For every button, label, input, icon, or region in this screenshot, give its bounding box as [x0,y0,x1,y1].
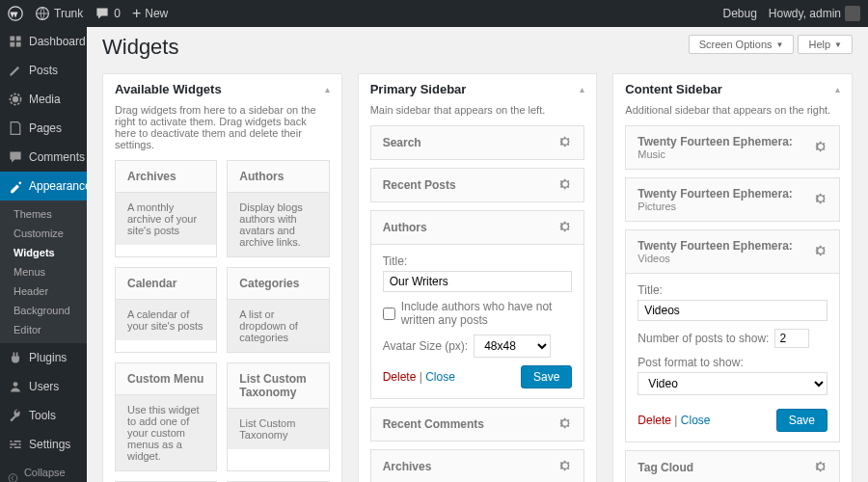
gear-icon [814,192,827,207]
svg-point-4 [14,382,18,387]
svg-point-9 [16,443,18,445]
authors-title: Authors [383,221,427,234]
help-button[interactable]: Help ▼ [798,35,853,54]
sidebar-widget-header[interactable]: Archives [371,450,584,482]
widget-chip[interactable]: ArchivesA monthly archive of your site's… [115,160,217,257]
format-select[interactable]: Video [637,372,827,395]
middle-column: Primary Sidebar ▴ Main sidebar that appe… [358,73,598,482]
gear-icon [558,220,572,235]
sidebar-widget: Archives [370,449,585,482]
menu-appearance[interactable]: Appearance [0,172,87,201]
wp-logo[interactable] [8,6,23,21]
widget-chip-title: Custom Menu [116,363,216,395]
num-posts-input[interactable] [774,329,809,348]
debug-link[interactable]: Debug [722,7,756,20]
gear-icon [814,244,827,259]
menu-tools[interactable]: Tools [0,401,87,430]
menu-pages[interactable]: Pages [0,114,87,143]
submenu-themes[interactable]: Themes [0,204,87,224]
videos-widget-header[interactable]: Twenty Fourteen Ephemera: Videos [626,230,839,273]
authors-widget-header[interactable]: Authors [371,211,584,244]
submenu-editor[interactable]: Editor [0,320,87,339]
widget-title: Archives [383,460,432,473]
videos-save-button[interactable]: Save [776,409,827,432]
svg-rect-5 [10,441,20,442]
widget-chip-desc: A list or dropdown of categories [228,300,328,352]
widget-chip[interactable]: AuthorsDisplay blogs authors with avatar… [227,160,329,257]
authors-widget: Authors Title: Include authors who have … [370,210,585,399]
content-desc: Additional sidebar that appears on the r… [625,104,840,116]
available-widgets-column: Available Widgets ▴ Drag widgets from he… [102,73,342,482]
primary-sidebar-panel: Primary Sidebar ▴ Main sidebar that appe… [358,73,598,482]
widget-title: Recent Posts [383,178,456,192]
menu-dashboard[interactable]: Dashboard [0,27,87,56]
site-link[interactable]: Trunk [35,6,83,21]
howdy-link[interactable]: Howdy, admin [769,6,860,21]
include-authors-checkbox[interactable] [383,308,395,320]
menu-settings[interactable]: Settings [0,430,87,459]
widget-chip[interactable]: Custom MenuUse this widget to add one of… [115,362,217,471]
collapse-menu[interactable]: Collapse menu [0,459,87,482]
menu-plugins[interactable]: Plugins [0,343,87,372]
comments-link[interactable]: 0 [95,6,121,21]
sidebar-widget: Twenty Fourteen Ephemera: Music [625,125,840,170]
avatar-size-select[interactable]: 48x48 [474,335,551,358]
menu-posts[interactable]: Posts [0,56,87,85]
widget-title: Twenty Fourteen Ephemera: Music [637,135,814,160]
sidebar-widget-header[interactable]: Twenty Fourteen Ephemera: Pictures [626,178,839,221]
svg-point-8 [12,441,14,442]
widget-title: Search [383,136,421,149]
primary-desc: Main sidebar that appears on the left. [370,104,585,116]
gear-icon [814,460,827,475]
num-posts-label: Number of posts to show: [637,332,769,345]
svg-point-11 [9,474,17,482]
videos-widget: Twenty Fourteen Ephemera: Videos Title: … [625,229,840,442]
videos-title: Twenty Fourteen Ephemera: Videos [637,239,814,264]
widget-chip-title: Calendar [116,268,216,300]
screen-options-button[interactable]: Screen Options ▼ [689,35,795,54]
submenu-widgets[interactable]: Widgets [0,243,87,262]
sidebar-widget-header[interactable]: Recent Posts [371,169,584,201]
sidebar-widget-header[interactable]: Recent Comments [371,408,584,441]
videos-close-link[interactable]: Close [681,414,711,427]
sidebar-widget-header[interactable]: Search [371,126,584,159]
widget-chip[interactable]: CalendarA calendar of your site's posts [115,267,217,353]
submenu-background[interactable]: Background [0,301,87,320]
menu-users[interactable]: Users [0,372,87,401]
available-widgets-header[interactable]: Available Widgets ▴ [103,74,341,104]
videos-title-input[interactable] [637,300,827,321]
widget-chip[interactable]: List Custom TaxonomyList Custom Taxonomy [227,362,329,471]
submenu-customize[interactable]: Customize [0,224,87,243]
submenu-header[interactable]: Header [0,281,87,301]
content-header[interactable]: Content Sidebar ▴ [613,74,852,104]
admin-menu: Dashboard Posts Media Pages Comments App… [0,27,87,482]
authors-close-link[interactable]: Close [425,370,455,384]
chevron-up-icon: ▴ [835,84,840,94]
gear-icon [558,177,572,193]
sidebar-widget-header[interactable]: Tag Cloud [626,451,839,482]
format-label: Post format to show: [637,356,827,369]
videos-delete-link[interactable]: Delete [637,414,671,427]
gear-icon [814,140,827,155]
appearance-submenu: Themes Customize Widgets Menus Header Ba… [0,201,87,343]
sidebar-widget: Search [370,125,585,160]
menu-media[interactable]: Media [0,85,87,114]
available-heading: Available Widgets [115,82,222,96]
include-authors-label: Include authors who have not written any… [401,300,573,327]
authors-save-button[interactable]: Save [521,365,572,388]
widget-chip[interactable]: CategoriesA list or dropdown of categori… [227,267,329,353]
sidebar-widget: Twenty Fourteen Ephemera: Pictures [625,177,840,222]
authors-delete-link[interactable]: Delete [383,370,417,384]
menu-comments[interactable]: Comments [0,143,87,172]
primary-header[interactable]: Primary Sidebar ▴ [359,74,597,104]
chevron-up-icon: ▴ [325,84,330,94]
content-sidebar-panel: Content Sidebar ▴ Additional sidebar tha… [612,73,853,482]
widget-title: Tag Cloud [637,461,693,474]
gear-icon [558,135,572,150]
submenu-menus[interactable]: Menus [0,262,87,281]
authors-title-input[interactable] [383,271,573,292]
new-link[interactable]: +New [132,5,168,22]
sidebar-widget-header[interactable]: Twenty Fourteen Ephemera: Music [626,126,839,169]
authors-actions: Delete | Close [383,370,455,384]
widget-chip-desc: Use this widget to add one of your custo… [116,395,216,470]
